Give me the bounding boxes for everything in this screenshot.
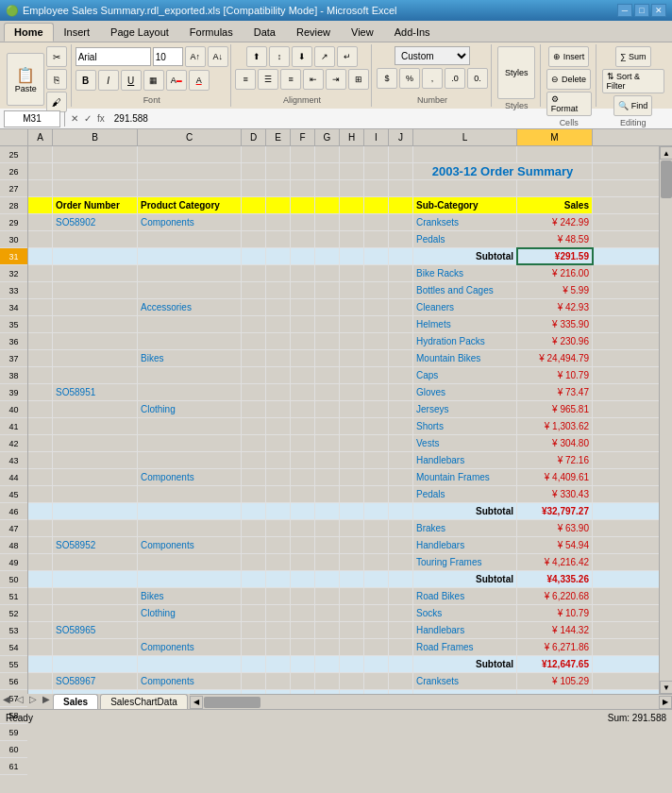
scroll-up-btn[interactable]: ▲ (660, 146, 672, 160)
cell-f-42[interactable] (291, 435, 315, 451)
subcat-cell-44[interactable]: Mountain Frames (413, 469, 517, 485)
cell-d-48[interactable] (242, 537, 266, 553)
cell-a-44[interactable] (28, 469, 53, 485)
order-cell-32[interactable] (53, 265, 138, 281)
cell-e-34[interactable] (266, 299, 291, 315)
cell-e-50[interactable] (266, 571, 291, 587)
row-num-44[interactable]: 44 (0, 469, 27, 486)
tab-data[interactable]: Data (244, 23, 286, 42)
cell-e-40[interactable] (266, 401, 291, 417)
cell-g-56[interactable] (315, 673, 340, 689)
cell-j-47[interactable] (389, 520, 413, 536)
cell-i-51[interactable] (364, 588, 389, 604)
cell-f-31[interactable] (291, 248, 315, 264)
cell-g-45[interactable] (315, 486, 340, 502)
cell-g-36[interactable] (315, 333, 340, 349)
cell-j-48[interactable] (389, 537, 413, 553)
sales-cell-30[interactable]: ¥ 48.59 (517, 231, 593, 247)
cell-a-36[interactable] (28, 333, 53, 349)
cell-d-50[interactable] (242, 571, 266, 587)
cell-d-44[interactable] (242, 469, 266, 485)
row-num-59[interactable]: 59 (0, 724, 27, 741)
cell-d-52[interactable] (242, 605, 266, 621)
sales-cell-40[interactable]: ¥ 965.81 (517, 401, 593, 417)
cell-j-25[interactable] (389, 146, 413, 162)
subcat-cell-48[interactable]: Handlebars (413, 537, 517, 553)
category-cell-37[interactable]: Bikes (138, 350, 242, 366)
cell-a-38[interactable] (28, 367, 53, 383)
cell-i-48[interactable] (364, 537, 389, 553)
cell-i-25[interactable] (364, 146, 389, 162)
cell-h-40[interactable] (340, 401, 364, 417)
subcat-cell-42[interactable]: Vests (413, 435, 517, 451)
formula-input[interactable] (110, 110, 668, 127)
row-num-37[interactable]: 37 (0, 350, 27, 367)
align-right-btn[interactable]: ≡ (280, 69, 301, 90)
cell-g-28[interactable] (315, 197, 340, 213)
decrease-font-btn[interactable]: A↓ (208, 46, 228, 67)
cell-e-29[interactable] (266, 214, 291, 230)
increase-font-btn[interactable]: A↑ (185, 46, 206, 67)
cell-h-52[interactable] (340, 605, 364, 621)
cell-d-43[interactable] (242, 452, 266, 468)
category-cell-45[interactable] (138, 486, 242, 502)
order-cell-38[interactable] (53, 367, 138, 383)
sales-cell-37[interactable]: ¥ 24,494.79 (517, 350, 593, 366)
cell-m-27[interactable] (517, 180, 593, 196)
order-cell-36[interactable] (53, 333, 138, 349)
border-button[interactable]: ▦ (143, 70, 164, 91)
cell-e-36[interactable] (266, 333, 291, 349)
cell-a-43[interactable] (28, 452, 53, 468)
tab-last-btn[interactable]: ▶ (40, 694, 53, 709)
currency-btn[interactable]: $ (377, 68, 397, 89)
cell-j-37[interactable] (389, 350, 413, 366)
col-sales-header[interactable]: Sales (517, 197, 593, 213)
subcat-cell-37[interactable]: Mountain Bikes (413, 350, 517, 366)
subcat-cell-35[interactable]: Helmets (413, 316, 517, 332)
cell-a-40[interactable] (28, 401, 53, 417)
cell-g-26[interactable] (315, 163, 340, 179)
order-cell-33[interactable] (53, 282, 138, 298)
cell-g-27[interactable] (315, 180, 340, 196)
sales-cell-32[interactable]: ¥ 216.00 (517, 265, 593, 281)
cell-l-25[interactable] (413, 146, 517, 162)
cell-e-48[interactable] (266, 537, 291, 553)
cell-e-33[interactable] (266, 282, 291, 298)
subcat-cell-49[interactable]: Touring Frames (413, 554, 517, 570)
cell-f-30[interactable] (291, 231, 315, 247)
cell-e-55[interactable] (266, 656, 291, 672)
cell-j-38[interactable] (389, 367, 413, 383)
category-cell-51[interactable]: Bikes (138, 588, 242, 604)
col-header-h[interactable]: H (340, 129, 364, 145)
cell-j-51[interactable] (389, 588, 413, 604)
subcat-cell-43[interactable]: Handlebars (413, 452, 517, 468)
cell-j-28[interactable] (389, 197, 413, 213)
cell-b-26[interactable] (53, 163, 138, 179)
cell-f-52[interactable] (291, 605, 315, 621)
cell-e-46[interactable] (266, 503, 291, 519)
cell-f-38[interactable] (291, 367, 315, 383)
cell-f-41[interactable] (291, 418, 315, 434)
cell-m-25[interactable] (517, 146, 593, 162)
order-cell-41[interactable] (53, 418, 138, 434)
cell-h-42[interactable] (340, 435, 364, 451)
cell-a-52[interactable] (28, 605, 53, 621)
cell-j-54[interactable] (389, 639, 413, 655)
category-cell-35[interactable] (138, 316, 242, 332)
inc-decimal-btn[interactable]: .0 (445, 68, 465, 89)
cell-a-35[interactable] (28, 316, 53, 332)
cell-g-52[interactable] (315, 605, 340, 621)
cell-a-55[interactable] (28, 656, 53, 672)
row-num-27[interactable]: 27 (0, 180, 27, 197)
cell-j-26[interactable] (389, 163, 413, 179)
cell-d-30[interactable] (242, 231, 266, 247)
cell-i-44[interactable] (364, 469, 389, 485)
subcat-cell-41[interactable]: Shorts (413, 418, 517, 434)
comma-btn[interactable]: , (422, 68, 443, 89)
cell-i-53[interactable] (364, 622, 389, 638)
subcat-cell-45[interactable]: Pedals (413, 486, 517, 502)
cell-d-34[interactable] (242, 299, 266, 315)
cell-i-38[interactable] (364, 367, 389, 383)
category-cell-41[interactable] (138, 418, 242, 434)
cell-h-36[interactable] (340, 333, 364, 349)
